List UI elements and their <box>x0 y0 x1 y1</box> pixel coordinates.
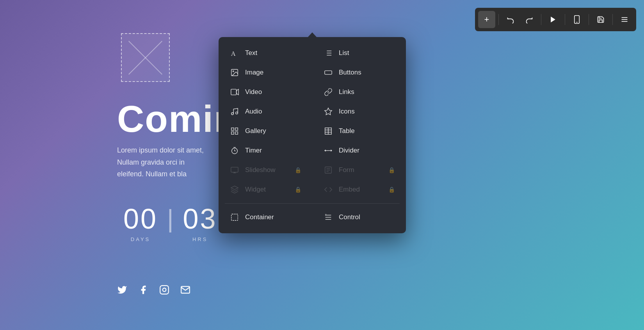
menu-grid-top: A Text List Image Buttons <box>219 43 406 199</box>
svg-text:#: # <box>325 213 327 216</box>
social-icons <box>117 285 190 298</box>
image-label: Image <box>245 69 301 76</box>
menu-item-container[interactable]: Container <box>219 208 312 227</box>
video-icon <box>229 87 240 97</box>
menu-item-list[interactable]: List <box>312 43 406 63</box>
svg-rect-17 <box>325 71 332 74</box>
menu-item-table[interactable]: Table <box>312 121 406 141</box>
redo-button[interactable] <box>521 11 538 28</box>
menu-item-icons[interactable]: Icons <box>312 102 406 121</box>
undo-button[interactable] <box>502 11 519 28</box>
form-label: Form <box>339 166 383 174</box>
divider-icon <box>323 145 333 156</box>
placeholder-image <box>121 33 170 82</box>
toolbar: + <box>475 8 636 31</box>
links-label: Links <box>339 88 395 96</box>
menu-item-form: Form 🔒 <box>312 160 406 180</box>
embed-icon <box>323 185 333 195</box>
svg-marker-19 <box>237 89 239 95</box>
slideshow-lock: 🔒 <box>295 167 301 173</box>
toolbar-separator-2 <box>541 14 541 25</box>
menu-item-slideshow: Slideshow 🔒 <box>219 160 312 180</box>
lorem-text: Lorem ipsum dolor sit amet,Nullam gravid… <box>117 144 204 180</box>
play-button[interactable] <box>544 11 562 28</box>
svg-marker-22 <box>325 108 332 115</box>
buttons-icon <box>323 67 333 78</box>
hrs-number: 03 <box>177 203 224 235</box>
toolbar-separator-4 <box>589 14 589 25</box>
container-label: Container <box>245 213 301 221</box>
table-icon <box>323 126 333 136</box>
countdown: 00 DAYS | 03 HRS <box>117 203 224 242</box>
image-icon <box>229 67 240 78</box>
toolbar-separator-3 <box>565 14 565 25</box>
divider-label: Divider <box>339 147 395 154</box>
menu-item-video[interactable]: Video <box>219 82 312 102</box>
svg-rect-24 <box>235 128 238 130</box>
video-label: Video <box>245 88 301 96</box>
add-element-menu: A Text List Image Buttons <box>219 37 406 233</box>
menu-item-gallery[interactable]: Gallery <box>219 121 312 141</box>
menu-item-control[interactable]: # Control <box>312 208 406 227</box>
control-icon: # <box>323 212 333 222</box>
hrs-unit: 03 HRS <box>177 203 224 242</box>
table-label: Table <box>339 127 395 135</box>
form-lock: 🔒 <box>388 167 395 173</box>
gallery-label: Gallery <box>245 127 301 135</box>
instagram-icon[interactable] <box>159 285 169 298</box>
days-unit: 00 DAYS <box>117 203 164 242</box>
email-icon[interactable] <box>180 285 190 298</box>
countdown-separator: | <box>164 204 177 233</box>
svg-marker-2 <box>551 17 555 23</box>
menu-item-text[interactable]: A Text <box>219 43 312 63</box>
audio-icon <box>229 106 240 117</box>
toolbar-separator-5 <box>612 14 613 25</box>
menu-divider <box>225 203 400 204</box>
widget-lock: 🔒 <box>295 186 301 193</box>
days-label: DAYS <box>117 236 164 242</box>
slideshow-label: Slideshow <box>245 166 289 174</box>
icons-icon <box>323 106 333 117</box>
menu-button[interactable] <box>616 11 633 28</box>
svg-rect-25 <box>235 132 238 134</box>
hrs-label: HRS <box>177 236 224 242</box>
toolbar-separator-1 <box>498 14 499 25</box>
menu-item-timer[interactable]: Timer <box>219 141 312 160</box>
facebook-icon[interactable] <box>138 285 148 298</box>
add-button[interactable]: + <box>478 11 495 28</box>
control-label: Control <box>339 213 395 221</box>
widget-label: Widget <box>245 186 289 193</box>
save-button[interactable] <box>592 11 609 28</box>
svg-rect-44 <box>231 214 238 221</box>
timer-icon <box>229 145 240 156</box>
svg-rect-18 <box>231 89 237 95</box>
svg-point-21 <box>236 112 238 114</box>
menu-item-widget: Widget 🔒 <box>219 180 312 199</box>
timer-label: Timer <box>245 147 301 154</box>
svg-rect-23 <box>231 128 234 130</box>
menu-item-links[interactable]: Links <box>312 82 406 102</box>
links-icon <box>323 87 333 97</box>
svg-point-20 <box>231 113 234 115</box>
twitter-icon[interactable] <box>117 285 127 298</box>
svg-point-16 <box>233 71 234 72</box>
widget-icon <box>229 185 240 195</box>
icons-label: Icons <box>339 108 395 115</box>
container-icon <box>229 212 240 222</box>
text-label: Text <box>245 49 301 57</box>
svg-rect-26 <box>231 132 234 134</box>
svg-rect-37 <box>231 167 238 172</box>
gallery-icon <box>229 126 240 136</box>
menu-item-divider[interactable]: Divider <box>312 141 406 160</box>
menu-grid-bottom: Container # Control <box>219 208 406 227</box>
form-icon <box>323 165 333 175</box>
slideshow-icon <box>229 165 240 175</box>
buttons-label: Buttons <box>339 69 395 76</box>
menu-item-audio[interactable]: Audio <box>219 102 312 121</box>
days-number: 00 <box>117 203 164 235</box>
mobile-preview-button[interactable] <box>568 11 585 28</box>
menu-item-buttons[interactable]: Buttons <box>312 63 406 82</box>
list-icon <box>323 48 333 58</box>
list-label: List <box>339 49 395 57</box>
menu-item-image[interactable]: Image <box>219 63 312 82</box>
